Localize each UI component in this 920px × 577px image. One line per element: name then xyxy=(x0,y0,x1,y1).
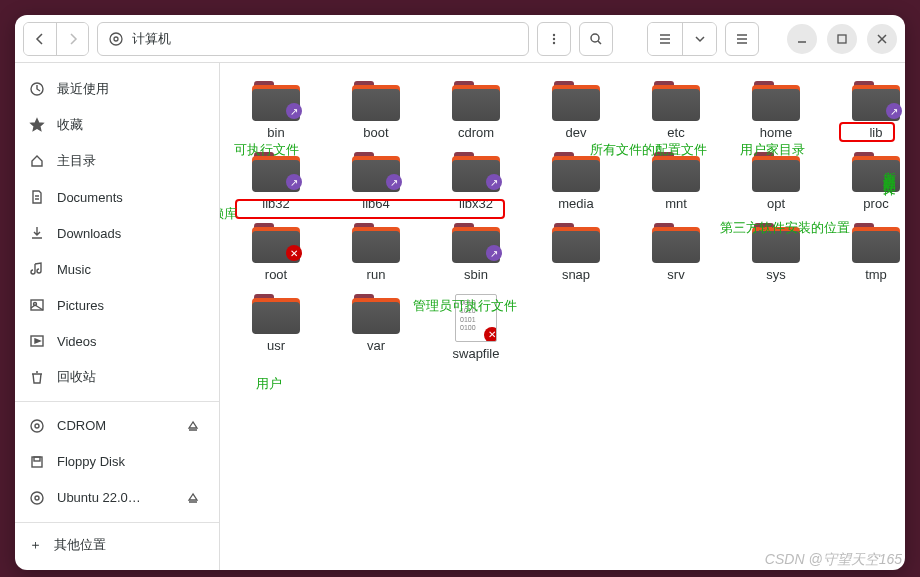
grid-item-sbin[interactable]: ↗ sbin xyxy=(430,223,522,282)
item-caption: usr xyxy=(267,338,285,353)
grid-item-usr[interactable]: usr xyxy=(230,294,322,361)
link-badge-icon: ↗ xyxy=(486,245,502,261)
sidebar-item-clock[interactable]: 最近使用 xyxy=(15,71,219,107)
view-dropdown-button[interactable] xyxy=(682,23,716,55)
svg-point-15 xyxy=(31,492,43,504)
grid-item-lib64[interactable]: ↗ lib64 xyxy=(330,152,422,211)
sidebar-label: CDROM xyxy=(57,418,169,433)
grid-item-tmp[interactable]: tmp xyxy=(830,223,905,282)
eject-button[interactable] xyxy=(181,486,205,510)
download-icon xyxy=(29,225,45,241)
sidebar-label: Floppy Disk xyxy=(57,454,205,469)
disc-icon xyxy=(29,490,45,506)
item-caption: bin xyxy=(267,125,284,140)
sidebar-item-home[interactable]: 主目录 xyxy=(15,143,219,179)
svg-point-4 xyxy=(553,41,555,43)
grid-item-lib[interactable]: ↗ lib xyxy=(830,81,905,140)
sidebar-label: Ubuntu 22.0… xyxy=(57,490,169,505)
grid-item-var[interactable]: var xyxy=(330,294,422,361)
grid-item-dev[interactable]: dev xyxy=(530,81,622,140)
folder-icon xyxy=(252,294,300,334)
folder-icon: ↗ xyxy=(452,152,500,192)
folder-icon xyxy=(752,223,800,263)
folder-icon: ↗ xyxy=(852,81,900,121)
sidebar-item-trash[interactable]: 回收站 xyxy=(15,359,219,395)
minimize-button[interactable] xyxy=(787,24,817,54)
item-caption: sbin xyxy=(464,267,488,282)
sidebar-item-picture[interactable]: Pictures xyxy=(15,287,219,323)
sidebar-label: Pictures xyxy=(57,298,205,313)
lock-badge-icon: ✕ xyxy=(286,245,302,261)
item-caption: libx32 xyxy=(459,196,493,211)
file-manager-window: 计算机 最近使用 收藏 主目录 Documents D xyxy=(15,15,905,570)
sidebar-item-music[interactable]: Music xyxy=(15,251,219,287)
folder-icon: ↗ xyxy=(252,152,300,192)
item-caption: media xyxy=(558,196,593,211)
grid-item-snap[interactable]: snap xyxy=(530,223,622,282)
item-caption: lib64 xyxy=(362,196,389,211)
item-caption: snap xyxy=(562,267,590,282)
item-caption: boot xyxy=(363,125,388,140)
item-caption: opt xyxy=(767,196,785,211)
svg-point-11 xyxy=(31,420,43,432)
sidebar-item-video[interactable]: Videos xyxy=(15,323,219,359)
view-switch xyxy=(647,22,717,56)
list-view-button[interactable] xyxy=(648,23,682,55)
grid-item-swapfile[interactable]: 0010101001010100✕ swapfile xyxy=(430,294,522,361)
svg-rect-14 xyxy=(34,457,40,461)
item-caption: srv xyxy=(667,267,684,282)
content-area[interactable]: ↗ bin boot cdrom dev etc home ↗ lib ↗ li… xyxy=(220,63,905,570)
path-label: 计算机 xyxy=(132,30,171,48)
grid-item-bin[interactable]: ↗ bin xyxy=(230,81,322,140)
folder-icon xyxy=(852,223,900,263)
eject-button[interactable] xyxy=(181,414,205,438)
item-caption: root xyxy=(265,267,287,282)
svg-rect-6 xyxy=(838,35,846,43)
maximize-icon xyxy=(837,34,847,44)
folder-icon xyxy=(452,81,500,121)
folder-icon xyxy=(652,152,700,192)
grid-item-proc[interactable]: proc xyxy=(830,152,905,211)
sidebar-other-locations[interactable]: ＋ 其他位置 xyxy=(15,529,219,562)
grid-item-sys[interactable]: sys xyxy=(730,223,822,282)
folder-icon xyxy=(652,81,700,121)
sidebar-volume[interactable]: Ubuntu 22.0… xyxy=(15,480,219,516)
grid-item-srv[interactable]: srv xyxy=(630,223,722,282)
grid-item-opt[interactable]: opt xyxy=(730,152,822,211)
folder-icon xyxy=(852,152,900,192)
grid-item-etc[interactable]: etc xyxy=(630,81,722,140)
grid-item-root[interactable]: ✕ root xyxy=(230,223,322,282)
grid-item-mnt[interactable]: mnt xyxy=(630,152,722,211)
sidebar-volume[interactable]: CDROM xyxy=(15,408,219,444)
list-icon xyxy=(658,32,672,46)
hamburger-icon xyxy=(735,32,749,46)
sidebar-item-doc[interactable]: Documents xyxy=(15,179,219,215)
sidebar-item-star[interactable]: 收藏 xyxy=(15,107,219,143)
grid-item-boot[interactable]: boot xyxy=(330,81,422,140)
grid-item-media[interactable]: media xyxy=(530,152,622,211)
close-button[interactable] xyxy=(867,24,897,54)
grid-item-libx32[interactable]: ↗ libx32 xyxy=(430,152,522,211)
forward-button[interactable] xyxy=(56,23,88,55)
grid-item-run[interactable]: run xyxy=(330,223,422,282)
folder-icon: ↗ xyxy=(252,81,300,121)
sidebar-label: 其他位置 xyxy=(54,536,205,554)
grid-item-lib32[interactable]: ↗ lib32 xyxy=(230,152,322,211)
grid-item-home[interactable]: home xyxy=(730,81,822,140)
svg-point-3 xyxy=(553,37,555,39)
kebab-menu-button[interactable] xyxy=(537,22,571,56)
hamburger-menu-button[interactable] xyxy=(725,22,759,56)
sidebar-item-download[interactable]: Downloads xyxy=(15,215,219,251)
grid-item-cdrom[interactable]: cdrom xyxy=(430,81,522,140)
sidebar-volume[interactable]: Floppy Disk xyxy=(15,444,219,480)
maximize-button[interactable] xyxy=(827,24,857,54)
nav-group xyxy=(23,22,89,56)
music-icon xyxy=(29,261,45,277)
search-icon xyxy=(589,32,603,46)
sidebar: 最近使用 收藏 主目录 Documents Downloads Music Pi… xyxy=(15,63,220,570)
pathbar[interactable]: 计算机 xyxy=(97,22,529,56)
link-badge-icon: ↗ xyxy=(286,103,302,119)
back-button[interactable] xyxy=(24,23,56,55)
search-button[interactable] xyxy=(579,22,613,56)
eject-icon xyxy=(187,420,199,432)
